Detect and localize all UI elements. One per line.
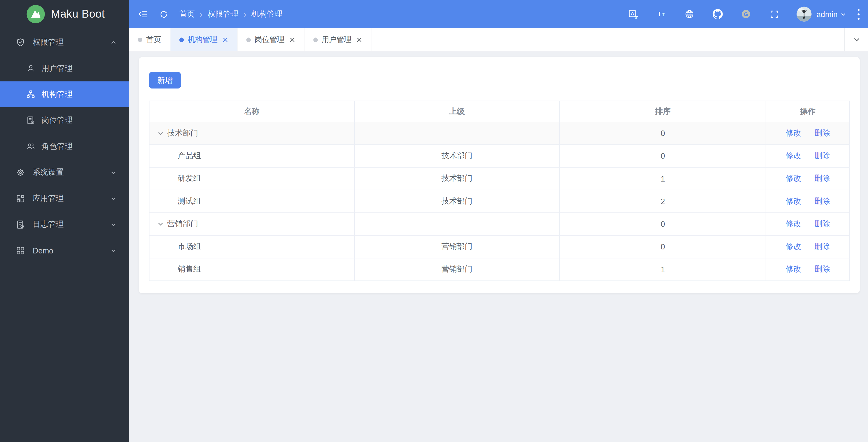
- breadcrumb-permissions[interactable]: 权限管理: [208, 9, 239, 19]
- collapse-sidebar-icon[interactable]: [135, 6, 151, 22]
- user-icon: [26, 64, 35, 73]
- edit-link[interactable]: 修改: [786, 196, 801, 205]
- sidebar-item-app-management[interactable]: 应用管理: [0, 185, 129, 211]
- sidebar-item-orgs[interactable]: 机构管理: [0, 81, 129, 107]
- sidebar-item-permissions[interactable]: 权限管理: [0, 29, 129, 55]
- svg-text:文: 文: [634, 15, 638, 20]
- breadcrumb-separator: ›: [244, 9, 246, 19]
- sidebar: Maku Boot 权限管理 用户管理: [0, 0, 129, 442]
- github-icon[interactable]: [710, 6, 726, 22]
- breadcrumb: 首页 › 权限管理 › 机构管理: [180, 9, 282, 19]
- edit-link[interactable]: 修改: [786, 128, 801, 137]
- sidebar-item-demo[interactable]: Demo: [0, 237, 129, 263]
- top-header: 首页 › 权限管理 › 机构管理 A文 TT: [129, 0, 868, 28]
- org-name-cell: 研发组: [178, 174, 201, 184]
- breadcrumb-current: 机构管理: [251, 9, 282, 19]
- app-title: Maku Boot: [51, 8, 105, 21]
- org-name-cell: 市场组: [178, 242, 201, 252]
- tab-user-management[interactable]: 用户管理: [305, 28, 371, 51]
- add-button[interactable]: 新增: [149, 72, 181, 89]
- org-sort-cell: 0: [559, 213, 766, 235]
- sidebar-item-label: 岗位管理: [41, 115, 72, 126]
- more-options-icon[interactable]: [857, 8, 860, 20]
- org-table: 名称 上级 排序 操作 技术部门0修改删除产品组技术部门0修改删除研发组技术部门…: [149, 101, 850, 281]
- gitee-icon[interactable]: G: [738, 6, 754, 22]
- maku-logo-icon: [27, 5, 45, 23]
- logo[interactable]: Maku Boot: [0, 0, 129, 28]
- delete-link[interactable]: 删除: [814, 219, 830, 228]
- edit-link[interactable]: 修改: [786, 219, 801, 228]
- edit-link[interactable]: 修改: [786, 151, 801, 160]
- tab-org-management[interactable]: 机构管理: [170, 28, 237, 51]
- org-name-cell: 销售组: [178, 265, 201, 275]
- delete-link[interactable]: 删除: [814, 128, 830, 137]
- edit-link[interactable]: 修改: [786, 174, 801, 182]
- avatar[interactable]: [797, 6, 811, 21]
- sidebar-item-system-settings[interactable]: 系统设置: [0, 160, 129, 185]
- tab-post-management[interactable]: 岗位管理: [238, 28, 305, 51]
- close-tab-icon[interactable]: [289, 37, 295, 42]
- fullscreen-icon[interactable]: [767, 6, 782, 22]
- tab-label: 岗位管理: [255, 35, 285, 45]
- org-table-body: 技术部门0修改删除产品组技术部门0修改删除研发组技术部门1修改删除测试组技术部门…: [149, 122, 849, 281]
- close-tab-icon[interactable]: [356, 37, 362, 42]
- sidebar-item-label: 系统设置: [33, 167, 64, 177]
- translate-icon[interactable]: A文: [625, 6, 641, 22]
- table-row: 营销部门0修改删除: [149, 213, 849, 235]
- header-actions: A文 TT G: [625, 6, 860, 22]
- org-sort-cell: 2: [559, 190, 766, 213]
- expand-toggle-icon[interactable]: [157, 130, 164, 137]
- org-name-cell: 产品组: [178, 151, 201, 161]
- sidebar-item-roles[interactable]: 角色管理: [0, 133, 129, 159]
- edit-link[interactable]: 修改: [786, 242, 801, 251]
- chevron-down-icon: [110, 247, 117, 253]
- org-parent-cell: [354, 213, 559, 235]
- app-root: Maku Boot 权限管理 用户管理: [0, 0, 868, 442]
- close-tab-icon[interactable]: [222, 37, 228, 42]
- sidebar-menu: 权限管理 用户管理 机构管理: [0, 29, 129, 264]
- chevron-down-icon: [110, 221, 117, 228]
- org-parent-cell: 营销部门: [354, 235, 559, 258]
- shield-check-icon: [16, 37, 26, 47]
- org-sort-cell: 0: [559, 235, 766, 258]
- org-sort-cell: 1: [559, 258, 766, 281]
- tab-dot: [138, 37, 143, 42]
- sidebar-item-log-management[interactable]: 日志管理: [0, 211, 129, 237]
- org-parent-cell: [354, 122, 559, 144]
- apps-grid-icon: [16, 193, 26, 203]
- user-menu[interactable]: admin: [816, 10, 846, 19]
- breadcrumb-separator: ›: [200, 9, 203, 19]
- tab-options-chevron-icon[interactable]: [844, 28, 868, 51]
- sidebar-item-users[interactable]: 用户管理: [0, 55, 129, 81]
- sidebar-item-label: 权限管理: [33, 37, 64, 47]
- org-parent-cell: 营销部门: [354, 258, 559, 281]
- refresh-icon[interactable]: [156, 6, 172, 22]
- delete-link[interactable]: 删除: [814, 242, 830, 251]
- tab-dot: [246, 37, 251, 42]
- delete-link[interactable]: 删除: [814, 196, 830, 205]
- tab-label: 用户管理: [322, 35, 351, 45]
- roles-icon: [26, 141, 35, 151]
- svg-text:T: T: [662, 12, 665, 18]
- delete-link[interactable]: 删除: [814, 265, 830, 273]
- org-parent-cell: 技术部门: [354, 167, 559, 190]
- tab-label: 首页: [146, 35, 161, 45]
- table-row: 销售组营销部门1修改删除: [149, 258, 849, 281]
- tab-home[interactable]: 首页: [129, 28, 170, 51]
- font-size-icon[interactable]: TT: [654, 6, 669, 22]
- breadcrumb-home[interactable]: 首页: [180, 9, 195, 19]
- tab-bar: 首页 机构管理 岗位管理 用户管理: [129, 28, 868, 51]
- table-row: 测试组技术部门2修改删除: [149, 190, 849, 213]
- globe-icon[interactable]: [682, 6, 698, 22]
- sidebar-item-label: 用户管理: [41, 63, 72, 73]
- sidebar-item-label: Demo: [33, 246, 53, 255]
- delete-link[interactable]: 删除: [814, 151, 830, 160]
- chevron-down-icon: [110, 195, 117, 202]
- delete-link[interactable]: 删除: [814, 174, 830, 182]
- org-chart-icon: [26, 90, 35, 99]
- log-doc-icon: [16, 219, 26, 229]
- expand-toggle-icon[interactable]: [157, 221, 164, 227]
- sidebar-item-posts[interactable]: 岗位管理: [0, 107, 129, 133]
- edit-link[interactable]: 修改: [786, 265, 801, 273]
- tab-dot: [180, 37, 184, 42]
